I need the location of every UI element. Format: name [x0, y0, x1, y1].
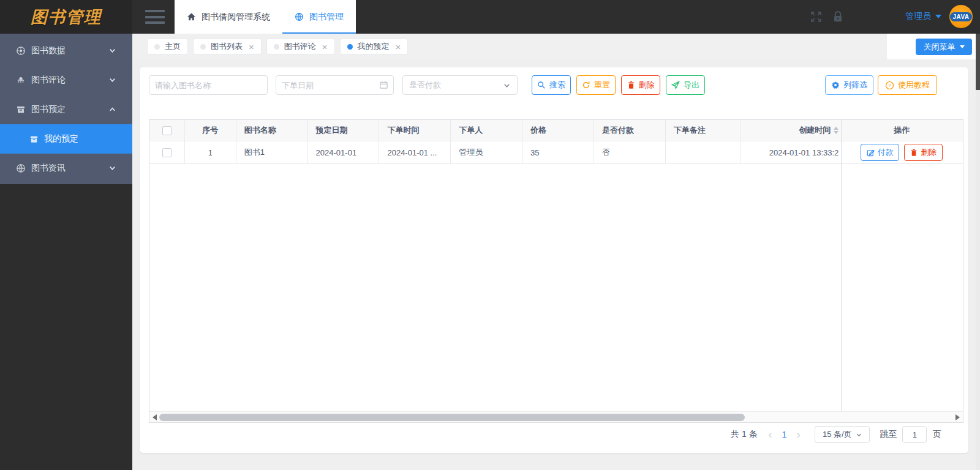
order-date-input[interactable]: [276, 75, 394, 95]
page-scrollbar-thumb[interactable]: [976, 34, 980, 90]
column-filter-button[interactable]: 列筛选: [825, 75, 873, 95]
gear-icon: [831, 81, 840, 89]
chevron-down-icon: [108, 47, 116, 54]
sort-icon[interactable]: [834, 127, 839, 134]
edit-icon: [867, 149, 875, 157]
page-unit-label: 页: [932, 429, 941, 440]
globe-icon: [16, 163, 26, 173]
tab-chip-home[interactable]: 主页: [147, 39, 188, 54]
sidebar-item-label: 图书评论: [31, 75, 66, 86]
pay-button[interactable]: 付款: [861, 144, 899, 161]
fullscreen-icon[interactable]: [810, 10, 823, 23]
sidebar-toggle-icon[interactable]: [145, 10, 165, 24]
sidebar-item-book-data[interactable]: 图书数据: [0, 36, 132, 65]
nav-tab-book-admin[interactable]: 图书管理: [282, 0, 356, 34]
cell-paid: 否: [594, 141, 666, 163]
trash-icon: [910, 149, 918, 157]
nav-tab-home[interactable]: 图书借阅管理系统: [175, 0, 282, 34]
reservations-table: 序号 图书名称 预定日期 下单时间 下单人 价格 是否付款 下单备注 创建时间 …: [149, 119, 963, 423]
close-icon[interactable]: ×: [322, 42, 328, 51]
page-number-1[interactable]: 1: [782, 430, 787, 439]
page-size-select[interactable]: 15 条/页: [815, 426, 870, 443]
reset-button[interactable]: 重置: [576, 75, 616, 95]
question-circle-icon: ?: [885, 81, 894, 90]
column-header-actions: 操作: [840, 120, 963, 141]
lock-icon[interactable]: [831, 10, 845, 23]
chevron-down-icon: [856, 431, 862, 438]
sidebar-item-book-reservation[interactable]: 图书预定: [0, 95, 132, 124]
header-nav: 图书借阅管理系统 图书管理: [175, 0, 356, 34]
chevron-down-icon: [108, 76, 116, 84]
pagination: 共 1 条 ‹ 1 › 15 条/页 跳至 页: [731, 425, 941, 444]
trash-icon: [627, 81, 635, 89]
export-button[interactable]: 导出: [666, 75, 705, 95]
logo-area: 图书管理: [0, 0, 132, 34]
export-button-label: 导出: [684, 80, 699, 91]
row-checkbox[interactable]: [162, 148, 172, 157]
column-header-created-label: 创建时间: [799, 125, 831, 136]
tutorial-label: 使用教程: [898, 80, 930, 91]
cell-orderer: 管理员: [451, 141, 522, 163]
column-header-remark: 下单备注: [666, 120, 741, 141]
delete-button[interactable]: 删除: [621, 75, 660, 95]
refresh-icon: [582, 81, 590, 89]
paid-status-select[interactable]: 是否付款: [402, 75, 518, 95]
column-header-book-name: 图书名称: [236, 120, 308, 141]
sidebar-item-book-comments[interactable]: 图书评论: [0, 65, 132, 95]
book-name-input[interactable]: [149, 75, 268, 95]
column-filter-label: 列筛选: [843, 80, 867, 91]
cell-book-name: 图书1: [236, 141, 308, 163]
close-menu-label: 关闭菜单: [924, 42, 956, 53]
sidebar-item-my-reservations[interactable]: 我的预定: [0, 124, 132, 154]
calendar-icon: [379, 80, 388, 89]
tab-chip-my-reservations[interactable]: 我的预定 ×: [340, 39, 409, 54]
next-page-button[interactable]: ›: [796, 429, 800, 440]
row-delete-button[interactable]: 删除: [904, 144, 943, 161]
paid-select-placeholder: 是否付款: [409, 80, 441, 91]
reset-button-label: 重置: [594, 80, 610, 91]
page-scrollbar[interactable]: [976, 34, 980, 470]
sidebar-menu: 图书数据 图书评论 图书预定: [0, 34, 132, 184]
cell-order-time: 2024-01-01 ...: [379, 141, 451, 163]
scrollbar-thumb[interactable]: [159, 414, 745, 421]
disc-icon: [16, 46, 26, 56]
chevron-down-icon: [935, 15, 941, 18]
tab-chip-book-list[interactable]: 图书列表 ×: [193, 39, 262, 54]
user-menu[interactable]: 管理员: [905, 11, 941, 22]
box-icon: [16, 105, 26, 114]
box-icon: [29, 135, 39, 144]
order-date-picker[interactable]: [276, 75, 394, 95]
column-header-order-time: 下单时间: [379, 120, 451, 141]
top-header: 图书管理 图书借阅管理系统 图书管理: [0, 0, 980, 34]
cell-index: 1: [185, 141, 236, 163]
jump-page-input[interactable]: [902, 426, 927, 443]
tab-dot-icon: [154, 44, 160, 50]
close-menu-button[interactable]: 关闭菜单: [916, 39, 972, 55]
sidebar-item-book-news[interactable]: 图书资讯: [0, 154, 132, 183]
select-all-checkbox[interactable]: [162, 126, 172, 135]
avatar[interactable]: JAVA: [949, 5, 973, 28]
close-icon[interactable]: ×: [249, 42, 254, 51]
close-icon[interactable]: ×: [396, 42, 401, 51]
search-icon: [537, 81, 546, 89]
tab-chip-book-comments[interactable]: 图书评论 ×: [266, 39, 335, 54]
scroll-left-icon[interactable]: [153, 414, 157, 420]
search-button[interactable]: 搜索: [532, 75, 571, 95]
row-checkbox-cell: [149, 141, 185, 163]
avatar-badge: JAVA: [950, 12, 971, 21]
pay-button-label: 付款: [878, 147, 894, 158]
cell-reserve-date: 2024-01-01: [308, 141, 380, 163]
horizontal-scrollbar[interactable]: [149, 411, 963, 422]
tab-chip-label: 主页: [165, 41, 181, 52]
tab-dot-icon: [347, 44, 353, 50]
bug-icon: [16, 75, 26, 85]
search-button-label: 搜索: [549, 80, 565, 91]
content-card: 是否付款 搜索 重置 删除 导出 列筛选 ? 使用教程 序号 图: [140, 67, 968, 453]
total-count-label: 共 1 条: [731, 429, 758, 440]
tab-dot-icon: [274, 44, 279, 50]
tutorial-button[interactable]: ? 使用教程: [878, 75, 937, 95]
prev-page-button[interactable]: ‹: [769, 429, 772, 440]
nav-tab-label: 图书管理: [309, 12, 344, 23]
scroll-right-icon[interactable]: [956, 414, 960, 420]
column-header-paid: 是否付款: [594, 120, 666, 141]
